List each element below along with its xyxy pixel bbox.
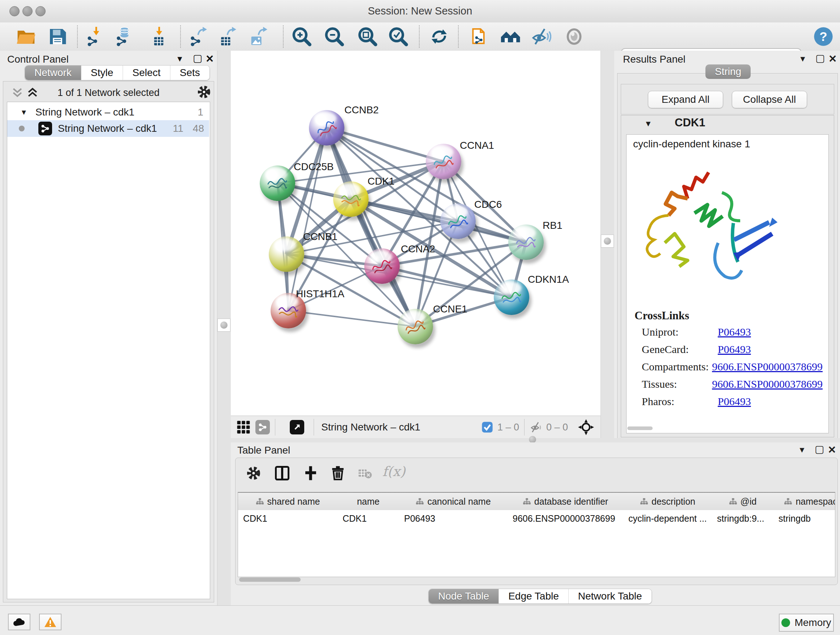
column-header--id[interactable]: @id (712, 493, 774, 510)
table-cell[interactable]: CDK1 (338, 510, 399, 527)
expand-all-button[interactable]: Expand All (648, 91, 723, 108)
show-hide-graphics-icon[interactable] (531, 27, 551, 47)
selected-checkbox-icon[interactable] (482, 421, 493, 433)
toolbar-separator (458, 25, 459, 48)
network-row-selected[interactable]: String Network – cdk1 11 48 (7, 120, 209, 137)
control-panel-maximize-icon[interactable]: ▢ (193, 52, 202, 64)
crosslink-link[interactable]: P06493 (718, 343, 751, 356)
network-node-rb1[interactable] (508, 225, 544, 260)
column-header-database-identifier[interactable]: database identifier (508, 493, 624, 510)
birdseye-grid-icon[interactable] (237, 420, 250, 434)
open-session-icon[interactable] (16, 27, 36, 47)
table-cell[interactable]: CDK1 (238, 510, 338, 527)
results-panel-close-icon[interactable]: ✕ (829, 53, 837, 65)
table-panel-maximize-icon[interactable]: ▢ (815, 443, 824, 455)
warning-status-button[interactable] (39, 614, 62, 630)
network-node-ccnb2[interactable] (309, 110, 344, 146)
results-panel-float-icon[interactable]: ▼ (799, 54, 807, 64)
hidden-eye-slash-icon[interactable] (530, 421, 543, 434)
tab-network[interactable]: Network (25, 65, 81, 80)
control-panel-title: Control Panel (7, 54, 69, 65)
refresh-icon[interactable] (429, 27, 449, 47)
fit-selected-crosshair-icon[interactable] (578, 419, 594, 435)
column-header-description[interactable]: description (623, 493, 712, 510)
crosslink-link[interactable]: P06493 (718, 326, 751, 338)
network-node-ccna2[interactable] (364, 249, 400, 284)
tab-node-table[interactable]: Node Table (429, 589, 499, 603)
import-network-file-icon[interactable] (86, 27, 106, 47)
import-table-file-icon[interactable] (149, 27, 169, 47)
network-share-toggle-icon[interactable] (256, 420, 270, 434)
table-cell[interactable]: cyclin-dependent ... (623, 510, 712, 527)
preview-eye-icon[interactable] (564, 27, 584, 47)
table-cell[interactable]: stringdb (774, 510, 835, 527)
network-node-ccne1[interactable] (398, 309, 433, 344)
network-options-gear-icon[interactable] (197, 85, 211, 99)
table-hscrollbar[interactable] (239, 578, 301, 582)
control-panel-float-icon[interactable]: ▼ (176, 54, 184, 64)
network-node-cdkn1a[interactable] (494, 279, 529, 315)
control-panel-close-icon[interactable]: ✕ (205, 53, 214, 65)
protein-thumbnail-icon (515, 233, 538, 253)
network-edge[interactable] (288, 128, 327, 310)
tab-sets[interactable]: Sets (171, 65, 210, 80)
crosslink-link[interactable]: 9606.ENSP00000378699 (712, 361, 823, 373)
export-image-icon[interactable] (249, 27, 270, 47)
delete-column-icon[interactable] (330, 464, 346, 481)
zoom-selected-icon[interactable] (388, 27, 409, 47)
crosslink-link[interactable]: 9606.ENSP00000378699 (712, 378, 823, 390)
table-panel-close-icon[interactable]: ✕ (828, 444, 836, 456)
table-cell[interactable]: P06493 (399, 510, 508, 527)
zoom-fit-icon[interactable] (357, 27, 378, 47)
network-node-ccna1[interactable] (426, 144, 461, 179)
zoom-out-icon[interactable] (324, 27, 344, 47)
import-network-database-icon[interactable] (114, 27, 134, 47)
toolbar-separator (180, 25, 181, 48)
crosslinks-list: Uniprot:P06493GeneCard:P06493Compartment… (642, 326, 823, 413)
network-collection-row[interactable]: ▼ String Network – cdk1 1 (7, 104, 209, 120)
network-node-cdc25b[interactable] (260, 165, 295, 201)
home-icon[interactable] (500, 27, 520, 47)
tab-string[interactable]: String (706, 65, 751, 79)
collection-expand-arrow-icon[interactable]: ▼ (20, 108, 27, 117)
table-cell[interactable]: stringdb:9... (712, 510, 774, 527)
network-node-cdc6[interactable] (440, 203, 476, 239)
table-panel-float-icon[interactable]: ▼ (798, 445, 806, 455)
column-header-shared-name[interactable]: shared name (238, 493, 338, 510)
column-header-name[interactable]: name (338, 493, 399, 510)
tab-edge-table[interactable]: Edge Table (499, 589, 569, 603)
network-edge[interactable] (288, 310, 415, 326)
results-panel-maximize-icon[interactable]: ▢ (815, 52, 825, 64)
right-splitter-handle[interactable] (601, 234, 614, 248)
column-header-canonical-name[interactable]: canonical name (399, 493, 508, 510)
crosslink-link[interactable]: P06493 (718, 395, 751, 408)
share-document-icon[interactable] (470, 27, 490, 47)
left-splitter-handle[interactable] (218, 318, 231, 332)
network-node-cdk1[interactable] (333, 181, 369, 217)
add-column-icon[interactable] (303, 465, 318, 481)
gene-collapse-arrow-icon[interactable]: ▼ (644, 119, 652, 128)
open-in-window-icon[interactable] (290, 420, 304, 434)
results-hscrollbar[interactable] (627, 426, 653, 430)
help-icon[interactable]: ? (813, 27, 834, 47)
save-session-icon[interactable] (47, 27, 68, 47)
show-columns-icon[interactable] (275, 465, 290, 481)
memory-button[interactable]: Memory (779, 614, 834, 632)
protein-thumbnail-icon (277, 302, 300, 322)
table-settings-gear-icon[interactable] (246, 466, 261, 480)
tab-network-table[interactable]: Network Table (569, 589, 652, 603)
column-header-namespace[interactable]: namespace (774, 493, 835, 510)
zoom-in-icon[interactable] (292, 27, 312, 47)
collapse-all-button[interactable]: Collapse All (732, 91, 807, 108)
export-table-icon[interactable] (218, 27, 239, 47)
table-panel-title: Table Panel (237, 445, 290, 456)
export-network-icon[interactable] (189, 27, 210, 47)
horizontal-splitter-handle[interactable] (529, 436, 536, 443)
network-node-ccnb1[interactable] (269, 236, 304, 272)
tab-style[interactable]: Style (81, 65, 123, 80)
table-cell[interactable]: 9606.ENSP00000378699 (508, 510, 623, 527)
tab-select[interactable]: Select (123, 65, 171, 80)
network-canvas[interactable]: CCNB2 CCNA1 CDC25B CDK1 CDC6 RB1CCNB1 (231, 51, 600, 416)
cloud-status-button[interactable] (8, 614, 30, 630)
node-table[interactable]: shared nameCDK1nameCDK1canonical nameP06… (238, 492, 835, 577)
